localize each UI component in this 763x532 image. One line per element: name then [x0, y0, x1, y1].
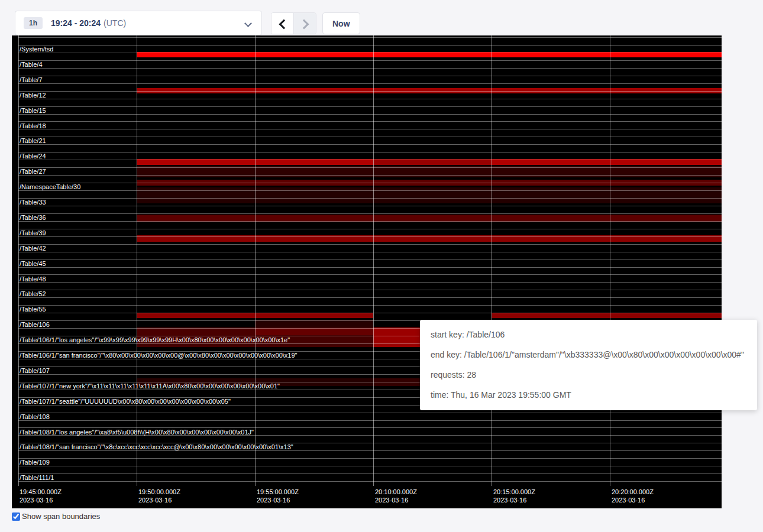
- span-boundary-line: [18, 144, 722, 145]
- next-time-button[interactable]: [293, 13, 316, 34]
- row-key-label: /Table/33: [20, 199, 46, 206]
- span-boundary-line: [18, 420, 722, 421]
- row-key-label: /Table/45: [20, 260, 46, 267]
- row-key-label: /Table/107: [20, 367, 50, 374]
- span-boundary-line: [18, 114, 722, 115]
- span-boundary-line: [18, 313, 722, 313]
- span-boundary-line: [18, 229, 722, 229]
- row-key-label: /Table/42: [20, 245, 46, 252]
- span-boundary-line: [18, 160, 722, 160]
- row-key-label: /Table/27: [20, 168, 46, 175]
- span-boundary-line: [18, 305, 722, 306]
- span-boundary-line: [18, 244, 722, 245]
- time-range-dropdown[interactable]: 1h 19:24 - 20:24 (UTC): [15, 11, 262, 35]
- chevron-left-icon: [279, 20, 289, 30]
- row-key-label: /Table/111/1: [20, 474, 54, 481]
- axis-tick-label: 19:55:00.000Z2023-03-16: [257, 488, 299, 504]
- axis-tick-label: 19:45:00.000Z2023-03-16: [20, 488, 62, 504]
- span-boundary-line: [18, 259, 722, 260]
- span-boundary-line: [18, 183, 722, 183]
- duration-badge: 1h: [24, 17, 43, 29]
- span-boundary-line: [18, 175, 722, 176]
- span-boundary-line: [18, 83, 722, 84]
- span-boundary-line: [18, 297, 722, 298]
- row-key-label: /Table/12: [20, 92, 46, 99]
- row-key-label: /Table/108/1/"los angeles"/"\xa8\xf5\u00…: [20, 429, 254, 436]
- span-boundary-line: [18, 137, 722, 137]
- span-boundary-line: [18, 413, 722, 413]
- time-divider-line: [137, 35, 137, 486]
- row-key-label: /Table/18: [20, 122, 46, 129]
- span-boundary-line: [18, 152, 722, 153]
- span-boundary-line: [18, 76, 722, 76]
- span-boundary-line: [18, 60, 722, 61]
- span-boundary-line: [18, 274, 722, 275]
- tooltip-end-key: end key: /Table/106/1/"amsterdam"/"\xb33…: [431, 345, 757, 365]
- toolbar: 1h 19:24 - 20:24 (UTC) Now: [0, 0, 763, 35]
- span-boundary-line: [18, 435, 722, 436]
- span-boundary-line: [18, 481, 722, 482]
- show-span-boundaries-checkbox[interactable]: [12, 512, 20, 521]
- timezone-text: (UTC): [104, 18, 126, 28]
- key-visualizer-page: { "toolbar": { "duration_badge": "1h", "…: [0, 0, 763, 532]
- time-nav-group: [271, 12, 316, 34]
- row-key-label: /Table/108: [20, 413, 50, 420]
- span-boundary-line: [18, 68, 722, 69]
- time-divider-line: [18, 35, 19, 486]
- row-key-label: /Table/55: [20, 306, 46, 313]
- heat-band-segment: [492, 313, 722, 318]
- row-key-label: /Table/15: [20, 107, 46, 114]
- span-boundary-line: [18, 290, 722, 290]
- span-boundary-line: [18, 458, 722, 459]
- row-key-label: /Table/7: [20, 76, 43, 83]
- span-boundary-line: [18, 252, 722, 252]
- row-key-label: /Table/24: [20, 153, 46, 160]
- span-boundary-line: [18, 198, 722, 199]
- key-visualizer-heatmap[interactable]: /System/tsd/Table/4/Table/7/Table/12/Tab…: [12, 35, 722, 508]
- row-key-label: /NamespaceTable/30: [20, 183, 80, 190]
- now-button[interactable]: Now: [322, 12, 360, 34]
- span-boundary-line: [18, 213, 722, 214]
- axis-tick-label: 19:50:00.000Z2023-03-16: [138, 488, 180, 504]
- row-key-label: /Table/52: [20, 290, 46, 297]
- span-boundary-line: [18, 121, 722, 122]
- show-span-boundaries-label: Show span boundaries: [22, 512, 100, 521]
- time-divider-line: [373, 35, 374, 486]
- row-key-label: /Table/39: [20, 229, 46, 236]
- row-key-label: /Table/108/1/"san francisco"/"\x8c\xcc\x…: [20, 443, 293, 450]
- span-boundary-line: [18, 53, 722, 53]
- show-span-boundaries-row: Show span boundaries: [12, 512, 100, 521]
- span-boundary-line: [18, 99, 722, 99]
- span-boundary-line: [18, 450, 722, 451]
- row-key-label: /Table/4: [20, 61, 43, 68]
- axis-tick-label: 20:15:00.000Z2023-03-16: [493, 488, 535, 504]
- span-boundary-line: [18, 167, 722, 168]
- time-range-text: 19:24 - 20:24: [51, 18, 101, 28]
- tooltip-start-key: start key: /Table/106: [431, 325, 757, 345]
- span-boundary-line: [18, 206, 722, 206]
- span-boundary-line: [18, 473, 722, 474]
- span-boundary-line: [18, 37, 722, 38]
- time-divider-line: [255, 35, 256, 486]
- time-divider-line: [610, 35, 610, 486]
- row-key-label: /Table/107/1/"seattle"/"UUUUUUD\x00\x80\…: [20, 398, 231, 405]
- span-boundary-line: [18, 466, 722, 466]
- span-boundary-line: [18, 221, 722, 222]
- row-key-label: /Table/106: [20, 321, 50, 328]
- row-key-label: /Table/107/1/"new york"/"\x11\x11\x11\x1…: [20, 382, 280, 390]
- tooltip-requests: requests: 28: [431, 365, 757, 385]
- span-boundary-line: [18, 91, 722, 92]
- prev-time-button[interactable]: [271, 13, 293, 34]
- row-key-label: /Table/21: [20, 137, 46, 144]
- span-boundary-line: [18, 129, 722, 129]
- span-boundary-line: [18, 190, 722, 191]
- span-boundary-line: [18, 282, 722, 283]
- tooltip-time: time: Thu, 16 Mar 2023 19:55:00 GMT: [431, 385, 757, 405]
- span-tooltip: start key: /Table/106 end key: /Table/10…: [420, 320, 757, 410]
- chevron-down-icon: [244, 20, 252, 27]
- chevron-right-icon: [299, 20, 309, 30]
- axis-tick-label: 20:10:00.000Z2023-03-16: [375, 488, 417, 504]
- row-key-label: /Table/106/1/"los angeles"/"\x99\x99\x99…: [20, 336, 290, 343]
- span-boundary-line: [18, 267, 722, 268]
- row-key-label: /System/tsd: [20, 46, 53, 53]
